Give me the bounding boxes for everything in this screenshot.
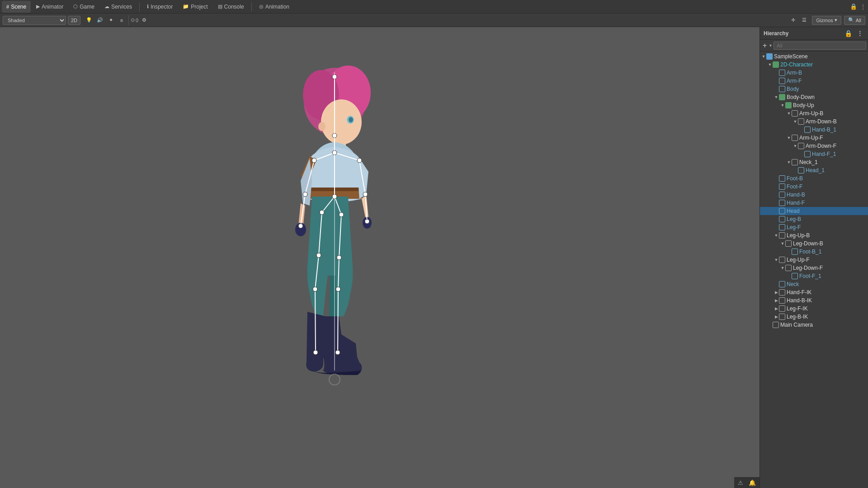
inspector-icon: ℹ [147,4,149,9]
lock-hierarchy-icon[interactable]: 🔒 [843,30,854,37]
label-leg-b-ik: Leg-B-IK [787,314,808,320]
hierarchy-item-body-up[interactable]: ▼ Body-Up [760,101,868,109]
hierarchy-item-neck[interactable]: Neck [760,280,868,288]
tab-project-label: Project [191,4,208,10]
icon-leg-f [779,224,785,230]
hierarchy-item-foot-f-1[interactable]: Foot-F_1 [760,272,868,280]
hierarchy-item-arm-b[interactable]: Arm-B [760,69,868,77]
more-hierarchy-icon[interactable]: ⋮ [855,30,864,37]
icon-leg-up-b [779,232,785,239]
icon-foot-b [779,175,785,182]
gizmos-button[interactable]: Gizmos ▾ [812,16,841,25]
arrow-arm-down-b: ▼ [793,119,798,124]
arrow-leg-b-ik: ▶ [774,314,779,319]
hierarchy-panel: Hierarchy 🔒 ⋮ + ▾ ▼ SampleScene ▼ [760,27,868,488]
scene-view[interactable]: ⚠ 🔔 [0,27,760,488]
hierarchy-item-foot-f[interactable]: Foot-F [760,183,868,191]
hierarchy-item-body[interactable]: Body [760,85,868,93]
label-main-camera: Main Camera [780,322,813,328]
hierarchy-item-leg-f-ik[interactable]: ▶ Leg-F-IK [760,305,868,313]
tab-project[interactable]: 📁 Project [178,1,212,13]
hierarchy-item-leg-up-b[interactable]: ▼ Leg-Up-B [760,231,868,239]
hierarchy-item-head[interactable]: Head [760,207,868,215]
svg-point-3 [321,99,362,145]
add-hierarchy-button[interactable]: + [762,42,768,50]
hierarchy-item-arm-up-f[interactable]: ▼ Arm-Up-F [760,134,868,142]
hierarchy-item-leg-b-ik[interactable]: ▶ Leg-B-IK [760,313,868,321]
arrow-foot-f [774,184,779,189]
icon-leg-b [779,216,785,222]
crosshair-icon[interactable]: ✛ [788,16,798,25]
gizmos-label: Gizmos [816,18,833,23]
arrow-hand-f [774,201,779,205]
label-leg-b: Leg-B [787,216,801,222]
hierarchy-item-leg-b[interactable]: Leg-B [760,215,868,223]
svg-rect-10 [310,188,362,191]
light-icon[interactable]: 💡 [84,16,94,25]
tab-animator[interactable]: ▶ Animator [32,1,68,13]
hierarchy-item-leg-f[interactable]: Leg-F [760,223,868,231]
status-bar: ⚠ 🔔 [734,477,760,488]
tab-services[interactable]: ☁ Services [100,1,137,13]
all-button[interactable]: 🔍 All [844,16,865,25]
icon-head [779,208,785,214]
hierarchy-item-arm-f[interactable]: Arm-F [760,77,868,85]
hierarchy-item-body-down[interactable]: ▼ Body-Down [760,93,868,101]
more-icon[interactable]: ⋮ [860,3,866,10]
tab-animation[interactable]: ◎ Animation [255,1,294,13]
hierarchy-item-head-1[interactable]: Head_1 [760,166,868,174]
hierarchy-item-arm-up-b[interactable]: ▼ Arm-Up-B [760,109,868,117]
label-body-down: Body-Down [787,94,815,100]
arrow-arm-up-f: ▼ [786,136,792,140]
hierarchy-item-arm-down-b[interactable]: ▼ Arm-Down-B [760,117,868,126]
warning-icon[interactable]: 🔔 [749,479,756,487]
error-icon[interactable]: ⚠ [738,479,745,487]
hierarchy-item-arm-down-f[interactable]: ▼ Arm-Down-F [760,142,868,150]
hierarchy-item-main-camera[interactable]: Main Camera [760,321,868,329]
shading-select[interactable]: Shaded Wireframe Shaded Wireframe [3,16,66,25]
hierarchy-item-neck-1[interactable]: ▼ Neck_1 [760,158,868,166]
hierarchy-item-foot-b[interactable]: Foot-B [760,174,868,183]
tab-console[interactable]: ▤ Console [213,1,249,13]
icon-hand-b [779,192,785,198]
hierarchy-item-hand-f-1[interactable]: Hand-F_1 [760,150,868,158]
hierarchy-item-hand-b[interactable]: Hand-B [760,191,868,199]
hierarchy-item-hand-f-ik[interactable]: ▶ Hand-F-IK [760,288,868,296]
lock-icon[interactable]: 🔒 [850,3,857,10]
hierarchy-search-input[interactable] [774,42,866,50]
svg-point-32 [312,158,316,163]
audio-icon[interactable]: 🔊 [95,16,105,25]
hierarchy-item-foot-b-1[interactable]: Foot-B_1 [760,248,868,256]
2d-toggle[interactable]: 2D [68,16,80,25]
hierarchy-tree: ▼ SampleScene ▼ 2D-Character Arm-B [760,52,868,488]
label-foot-f-1: Foot-F_1 [799,273,821,279]
label-neck: Neck [787,281,799,287]
separator2 [251,2,252,11]
separator [139,2,140,11]
icon-leg-down-f [785,265,792,271]
tab-inspector[interactable]: ℹ Inspector [142,1,177,13]
arrow-hand-f-1 [799,152,804,156]
hierarchy-item-leg-down-f[interactable]: ▼ Leg-Down-F [760,264,868,272]
icon-neck [779,281,785,287]
hierarchy-item-hand-b-1[interactable]: Hand-B_1 [760,126,868,134]
stats-icon[interactable]: ≡ [117,16,127,25]
hierarchy-item-leg-up-f[interactable]: ▼ Leg-Up-F [760,256,868,264]
hand-tool[interactable]: ☰ [799,16,809,25]
hierarchy-item-hand-b-ik[interactable]: ▶ Hand-B-IK [760,296,868,305]
game-icon: ⬡ [73,4,78,9]
fx-icon[interactable]: ✦ [106,16,116,25]
hierarchy-item-2dcharacter[interactable]: ▼ 2D-Character [760,61,868,69]
tab-scene[interactable]: # Scene [2,1,31,13]
move-tools: ✛ ☰ [788,16,809,25]
hierarchy-item-hand-f[interactable]: Hand-F [760,199,868,207]
overlay-settings[interactable]: ⚙ [139,16,149,25]
icon-body [779,86,785,92]
animator-icon: ▶ [36,4,40,9]
icon-foot-f [779,183,785,190]
svg-point-36 [363,192,368,197]
icon-body-down [779,94,785,100]
hierarchy-item-samplescene[interactable]: ▼ SampleScene [760,52,868,61]
hierarchy-item-leg-down-b[interactable]: ▼ Leg-Down-B [760,239,868,248]
tab-game[interactable]: ⬡ Game [69,1,99,13]
